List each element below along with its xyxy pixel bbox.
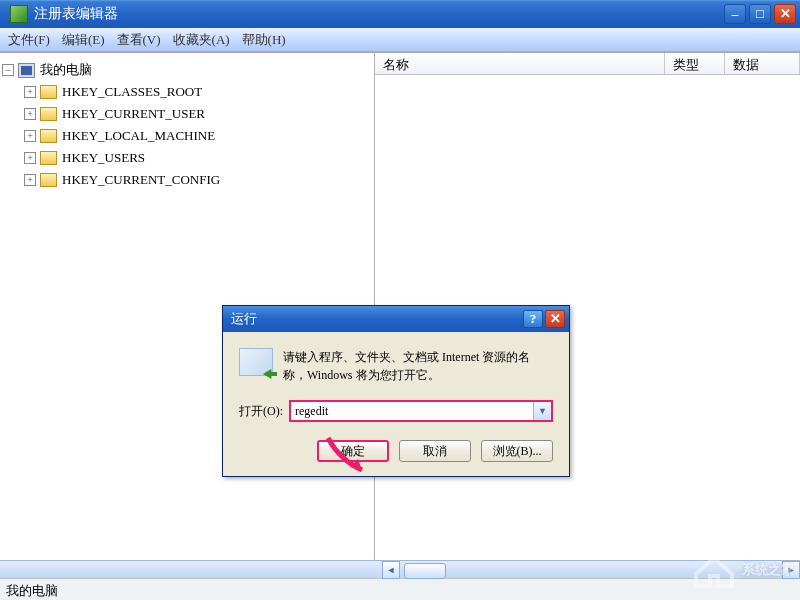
tree-item-classes-root[interactable]: + HKEY_CLASSES_ROOT [2, 81, 372, 103]
scroll-left-icon[interactable]: ◄ [382, 561, 400, 579]
open-label: 打开(O): [239, 403, 283, 420]
tree-root[interactable]: – 我的电脑 [2, 59, 372, 81]
tree-item-label: HKEY_USERS [62, 150, 145, 166]
cancel-button[interactable]: 取消 [399, 440, 471, 462]
expand-icon[interactable]: + [24, 108, 36, 120]
computer-icon [18, 63, 35, 78]
regedit-app-icon [10, 5, 28, 23]
menu-view[interactable]: 查看(V) [117, 31, 161, 49]
minimize-button[interactable]: – [724, 4, 746, 24]
menu-favorites[interactable]: 收藏夹(A) [173, 31, 230, 49]
help-button[interactable]: ? [523, 310, 543, 328]
expand-icon[interactable]: + [24, 86, 36, 98]
menu-edit[interactable]: 编辑(E) [62, 31, 105, 49]
folder-icon [40, 85, 57, 99]
open-input[interactable] [291, 402, 533, 420]
browse-button[interactable]: 浏览(B)... [481, 440, 553, 462]
folder-icon [40, 107, 57, 121]
collapse-icon[interactable]: – [2, 64, 14, 76]
status-text: 我的电脑 [6, 583, 58, 598]
folder-icon [40, 151, 57, 165]
folder-icon [40, 129, 57, 143]
run-dialog-titlebar: 运行 ? ✕ [223, 306, 569, 332]
run-dialog-title: 运行 [227, 310, 521, 328]
run-dialog-description: 请键入程序、文件夹、文档或 Internet 资源的名称，Windows 将为您… [283, 348, 553, 384]
tree-item-current-config[interactable]: + HKEY_CURRENT_CONFIG [2, 169, 372, 191]
watermark-logo-icon [692, 550, 736, 590]
column-name[interactable]: 名称 [375, 53, 665, 74]
run-dialog: 运行 ? ✕ 请键入程序、文件夹、文档或 Internet 资源的名称，Wind… [222, 305, 570, 477]
run-icon [239, 348, 273, 376]
window-titlebar: 注册表编辑器 – □ ✕ [0, 0, 800, 28]
window-title: 注册表编辑器 [34, 5, 724, 23]
tree-item-users[interactable]: + HKEY_USERS [2, 147, 372, 169]
tree-item-label: HKEY_CURRENT_USER [62, 106, 205, 122]
column-data[interactable]: 数据 [725, 53, 800, 74]
dialog-close-button[interactable]: ✕ [545, 310, 565, 328]
watermark-text: 系统之家 [742, 561, 794, 579]
expand-icon[interactable]: + [24, 130, 36, 142]
folder-icon [40, 173, 57, 187]
column-type[interactable]: 类型 [665, 53, 725, 74]
status-bar: 我的电脑 [0, 578, 800, 600]
menu-bar: 文件(F) 编辑(E) 查看(V) 收藏夹(A) 帮助(H) [0, 28, 800, 52]
open-combobox[interactable]: ▼ [289, 400, 553, 422]
tree-item-label: HKEY_CLASSES_ROOT [62, 84, 202, 100]
tree-root-label: 我的电脑 [40, 61, 92, 79]
tree-item-label: HKEY_CURRENT_CONFIG [62, 172, 220, 188]
dropdown-icon[interactable]: ▼ [533, 402, 551, 420]
expand-icon[interactable]: + [24, 152, 36, 164]
menu-file[interactable]: 文件(F) [8, 31, 50, 49]
maximize-button[interactable]: □ [749, 4, 771, 24]
tree-item-current-user[interactable]: + HKEY_CURRENT_USER [2, 103, 372, 125]
ok-button[interactable]: 确定 [317, 440, 389, 462]
list-header: 名称 类型 数据 [375, 53, 800, 75]
menu-help[interactable]: 帮助(H) [242, 31, 286, 49]
watermark: 系统之家 [692, 550, 794, 590]
horizontal-scrollbar[interactable]: ◄ ► [0, 560, 800, 578]
tree-item-label: HKEY_LOCAL_MACHINE [62, 128, 215, 144]
expand-icon[interactable]: + [24, 174, 36, 186]
tree-item-local-machine[interactable]: + HKEY_LOCAL_MACHINE [2, 125, 372, 147]
close-button[interactable]: ✕ [774, 4, 796, 24]
